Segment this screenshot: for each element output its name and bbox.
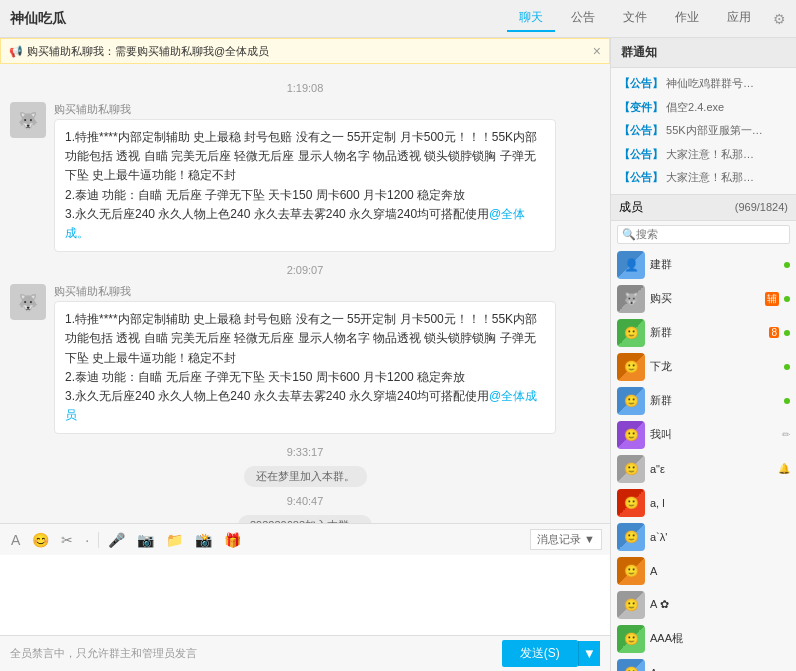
edit-icon: ✏ [782,429,790,440]
message-sender: 购买辅助私聊我 [54,102,556,117]
member-badge: 辅 [765,292,779,306]
sidebar-title: 群通知 [611,38,796,68]
chat-input[interactable] [8,561,602,629]
member-search-input[interactable] [636,228,785,240]
right-sidebar: 群通知 【公告】 神仙吃鸡群群号… 【变件】 倡空2.4.exe 【公告】 55… [611,38,796,671]
member-section: 成员 (969/1824) 🔍 👤 建群 🐺 [611,195,796,671]
avatar: 🙂 [617,319,645,347]
member-name: 购买 [650,291,760,306]
message-content: 购买辅助私聊我 1.特推****内部定制辅助 史上最稳 封号包赔 没有之一 55… [54,102,556,252]
tab-chat[interactable]: 聊天 [507,5,555,32]
avatar: 🐺 [10,284,46,320]
avatar: 👤 [617,251,645,279]
message-item: 🐺 购买辅助私聊我 1.特推****内部定制辅助 史上最稳 封号包赔 没有之一 … [10,284,600,434]
emoji-icon[interactable]: 😊 [29,530,52,550]
member-name: 新群 [650,393,779,408]
member-name: a, l [650,497,790,509]
list-item[interactable]: 🐺 购买 辅 [611,282,796,316]
member-name: a"ε [650,463,773,475]
avatar: 🙂 [617,421,645,449]
input-area [0,555,610,635]
screenshot-icon[interactable]: 📸 [192,530,215,550]
list-item[interactable]: 🙂 A ✿ [611,588,796,622]
avatar: 🙂 [617,557,645,585]
avatar: 🙂 [617,591,645,619]
list-item[interactable]: 🙂 新群 [611,384,796,418]
settings-icon[interactable]: ⚙ [773,11,786,27]
online-status-icon [784,364,790,370]
avatar: 🙂 [617,455,645,483]
folder-icon[interactable]: 📁 [163,530,186,550]
list-item[interactable]: 🙂 a"ε 🔔 [611,452,796,486]
list-item[interactable]: 👤 建群 [611,248,796,282]
announcements-section: 【公告】 神仙吃鸡群群号… 【变件】 倡空2.4.exe 【公告】 55K内部亚… [611,68,796,195]
search-icon: 🔍 [622,228,636,241]
app-title: 神仙吃瓜 [10,10,507,28]
list-item[interactable]: 🙂 我叫 ✏ [611,418,796,452]
list-item[interactable]: 🙂 下龙 [611,350,796,384]
system-bubble: 还在梦里加入本群。 [244,466,367,487]
member-list: 👤 建群 🐺 购买 辅 🙂 新群 8 [611,248,796,671]
online-status-icon [784,262,790,268]
member-badge: 8 [769,327,779,338]
member-name: Ac [650,667,790,671]
member-name: 建群 [650,257,779,272]
tab-homework[interactable]: 作业 [663,5,711,32]
online-status-icon [784,330,790,336]
system-bubble: 393230683加入本群。 [238,515,372,523]
scissors-icon[interactable]: ✂ [58,530,76,550]
list-item[interactable]: 🙂 A [611,554,796,588]
tab-apps[interactable]: 应用 [715,5,763,32]
announcement-item[interactable]: 【公告】 大家注意！私那… [611,143,796,167]
camera-icon[interactable]: 📷 [134,530,157,550]
announcement-item[interactable]: 【公告】 大家注意！私那… [611,166,796,190]
send-button[interactable]: 发送(S) [502,640,578,667]
list-item[interactable]: 🙂 新群 8 [611,316,796,350]
member-section-label: 成员 [619,199,643,216]
list-item[interactable]: 🙂 a`λ' [611,520,796,554]
message-item: 🐺 购买辅助私聊我 1.特推****内部定制辅助 史上最稳 封号包赔 没有之一 … [10,102,600,252]
avatar: 🙂 [617,353,645,381]
message-content: 购买辅助私聊我 1.特推****内部定制辅助 史上最稳 封号包赔 没有之一 55… [54,284,556,434]
mic-icon[interactable]: 🎤 [105,530,128,550]
tab-announcement[interactable]: 公告 [559,5,607,32]
time-separator: 1:19:08 [10,82,600,94]
app-container: 神仙吃瓜 聊天 公告 文件 作业 应用 ⚙ 📢 购买辅助私聊我：需要购买辅助私聊… [0,0,796,671]
system-message: 393230683加入本群。 [10,515,600,523]
time-separator: 9:33:17 [10,446,600,458]
member-name: 下龙 [650,359,779,374]
avatar: 🙂 [617,387,645,415]
member-name: AAA棍 [650,631,790,646]
font-icon[interactable]: A [8,530,23,550]
message-sender: 购买辅助私聊我 [54,284,556,299]
messages-container[interactable]: 1:19:08 🐺 购买辅助私聊我 1.特推****内部定制辅助 史上最稳 封号… [0,64,610,523]
gift-icon[interactable]: 🎁 [221,530,244,550]
message-bubble: 1.特推****内部定制辅助 史上最稳 封号包赔 没有之一 55开定制 月卡50… [54,301,556,434]
more-icon[interactable]: · [82,530,92,550]
list-item[interactable]: 🙂 AAA棍 [611,622,796,656]
list-item[interactable]: 🙂 a, l [611,486,796,520]
tab-file[interactable]: 文件 [611,5,659,32]
input-footer: 全员禁言中，只允许群主和管理员发言 发送(S) ▼ [0,635,610,671]
notice-bar: 📢 购买辅助私聊我：需要购买辅助私聊我@全体成员 × [0,38,610,64]
announcement-item[interactable]: 【公告】 55K内部亚服第一… [611,119,796,143]
announcement-item[interactable]: 【公告】 神仙吃鸡群群号… [611,72,796,96]
online-status-icon [784,296,790,302]
search-bar: 🔍 [617,225,790,244]
member-name: 新群 [650,325,764,340]
notice-icon: 📢 [9,45,23,58]
member-name: A [650,565,790,577]
avatar: 🙂 [617,659,645,671]
time-separator: 9:40:47 [10,495,600,507]
header-tabs: 聊天 公告 文件 作业 应用 [507,5,763,32]
notice-close-button[interactable]: × [593,43,601,59]
send-dropdown-button[interactable]: ▼ [578,641,600,666]
time-separator: 2:09:07 [10,264,600,276]
history-button[interactable]: 消息记录 ▼ [530,529,602,550]
announcement-item[interactable]: 【变件】 倡空2.4.exe [611,96,796,120]
main-area: 📢 购买辅助私聊我：需要购买辅助私聊我@全体成员 × 1:19:08 🐺 购买辅… [0,38,796,671]
chat-area: 📢 购买辅助私聊我：需要购买辅助私聊我@全体成员 × 1:19:08 🐺 购买辅… [0,38,611,671]
member-count: (969/1824) [735,201,788,213]
list-item[interactable]: 🙂 Ac [611,656,796,671]
online-status-icon [784,398,790,404]
